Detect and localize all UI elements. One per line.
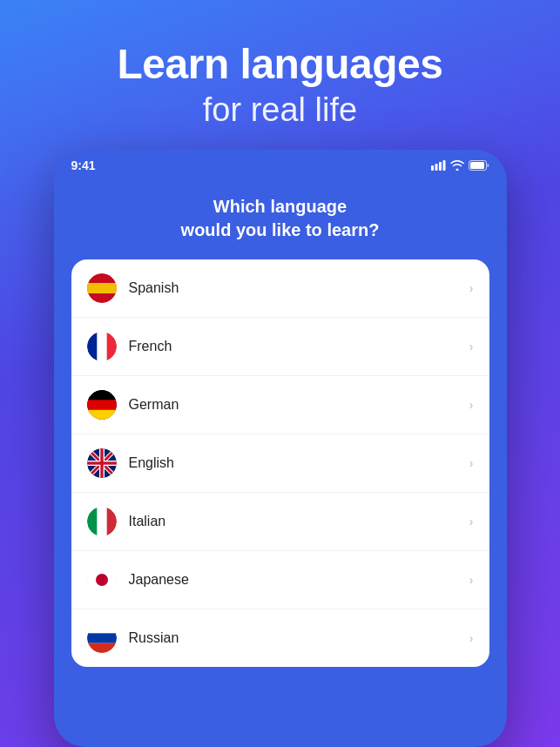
russian-flag-icon <box>87 623 117 653</box>
status-bar: 9:41 <box>54 150 507 178</box>
header-section: Learn languages for real life <box>118 0 443 150</box>
main-title: Learn languages <box>118 42 443 88</box>
japanese-flag-icon <box>87 565 117 595</box>
svg-rect-16 <box>87 409 117 419</box>
french-flag-icon <box>87 332 117 361</box>
chevron-icon: › <box>469 398 474 412</box>
svg-rect-11 <box>106 332 116 361</box>
list-item[interactable]: Spanish › <box>71 259 489 318</box>
svg-rect-0 <box>431 165 434 171</box>
svg-rect-1 <box>435 164 437 171</box>
list-item[interactable]: English › <box>71 434 489 493</box>
svg-rect-5 <box>470 162 484 169</box>
list-item[interactable]: Russian › <box>71 609 489 667</box>
german-flag-icon <box>87 390 117 420</box>
language-name: Italian <box>129 514 469 529</box>
language-name: French <box>129 339 469 354</box>
status-icons <box>431 160 489 171</box>
english-flag-icon <box>87 448 117 478</box>
svg-rect-7 <box>87 283 117 293</box>
chevron-icon: › <box>469 340 474 353</box>
svg-rect-36 <box>87 633 117 643</box>
language-list: Spanish › French › <box>71 259 489 667</box>
svg-rect-10 <box>87 332 97 361</box>
question-text: Which languagewould you like to learn? <box>181 195 380 242</box>
language-name: English <box>129 455 469 471</box>
signal-icon <box>431 160 446 171</box>
italian-flag-icon <box>87 507 117 536</box>
language-name: German <box>129 397 469 413</box>
svg-rect-2 <box>439 162 442 171</box>
chevron-icon: › <box>469 515 474 528</box>
list-item[interactable]: German › <box>71 376 489 434</box>
phone-mockup: 9:41 Which languagewould y <box>54 150 507 747</box>
svg-rect-35 <box>87 623 117 633</box>
svg-rect-37 <box>87 643 117 652</box>
svg-point-32 <box>96 574 108 586</box>
chevron-icon: › <box>469 631 474 645</box>
chevron-icon: › <box>469 573 474 587</box>
spanish-flag-icon <box>87 273 117 303</box>
status-time: 9:41 <box>71 158 96 172</box>
wifi-icon <box>450 160 464 171</box>
main-subtitle: for real life <box>118 91 443 129</box>
svg-rect-26 <box>87 461 117 464</box>
language-name: Russian <box>129 630 469 646</box>
svg-rect-3 <box>442 160 445 171</box>
language-name: Japanese <box>129 572 469 588</box>
phone-content: Which languagewould you like to learn? S… <box>54 178 507 747</box>
battery-icon <box>469 160 489 171</box>
svg-rect-15 <box>87 400 117 409</box>
list-item[interactable]: Italian › <box>71 493 489 551</box>
chevron-icon: › <box>469 456 474 470</box>
svg-rect-30 <box>106 507 116 536</box>
svg-rect-14 <box>87 390 117 400</box>
list-item[interactable]: French › <box>71 318 489 376</box>
svg-rect-29 <box>87 507 97 536</box>
list-item[interactable]: Japanese › <box>71 551 489 609</box>
chevron-icon: › <box>469 281 474 295</box>
language-name: Spanish <box>129 280 469 296</box>
